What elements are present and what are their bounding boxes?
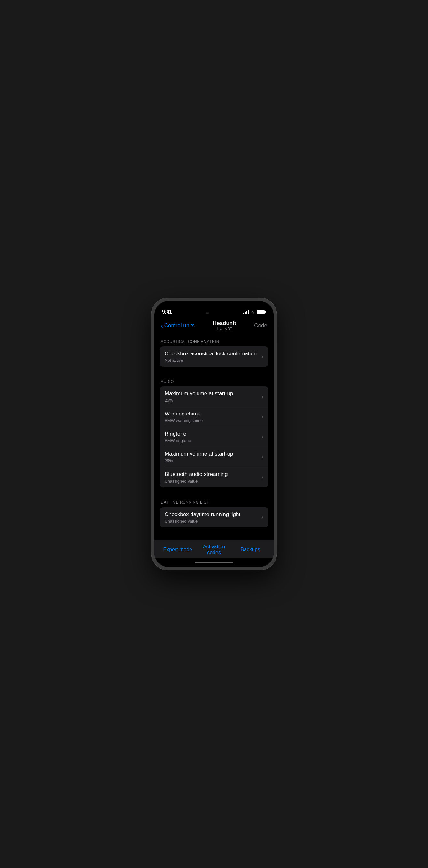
- nav-bar: ‹ Control units Headunit HU_NBT Code: [154, 318, 274, 334]
- list-item-subtitle: Not active: [164, 358, 259, 363]
- back-label: Control units: [164, 322, 195, 329]
- back-button[interactable]: ‹ Control units: [161, 322, 195, 330]
- list-item[interactable]: Checkbox daytime running light Unassigne…: [159, 507, 269, 527]
- chevron-icon: ›: [262, 394, 264, 400]
- list-item-subtitle: BMW warning chime: [164, 418, 259, 423]
- home-indicator: [154, 558, 274, 567]
- section-audio: AUDIO Maximum volume at start-up 25% › W…: [154, 374, 274, 487]
- chevron-icon: ›: [262, 474, 264, 480]
- wifi-icon: ∿: [251, 309, 255, 314]
- bottom-tab-bar: Expert mode Activation codes Backups: [154, 540, 274, 558]
- battery-icon: [257, 310, 266, 314]
- chevron-icon: ›: [262, 454, 264, 460]
- tab-activation-codes[interactable]: Activation codes: [196, 544, 233, 555]
- code-button[interactable]: Code: [254, 322, 267, 329]
- status-icons: ∿: [243, 309, 266, 314]
- list-item[interactable]: Warning chime BMW warning chime ›: [159, 406, 269, 427]
- tab-backups[interactable]: Backups: [232, 547, 269, 553]
- nav-center: Headunit HU_NBT: [213, 320, 236, 331]
- chevron-icon: ›: [262, 434, 264, 440]
- phone-frame: 9:41 ∿ ‹ Control units: [151, 298, 277, 570]
- list-item-subtitle: Unassigned value: [164, 519, 259, 524]
- signal-bars-icon: [243, 310, 249, 314]
- list-item-subtitle: BMW ringtone: [164, 438, 259, 443]
- section-group-acoustical: Checkbox acoustical lock confirmation No…: [159, 346, 269, 367]
- back-arrow-icon: ‹: [161, 322, 163, 330]
- list-item[interactable]: Maximum volume at start-up 25% ›: [159, 447, 269, 467]
- list-item[interactable]: Checkbox acoustical lock confirmation No…: [159, 346, 269, 367]
- list-item-title: Bluetooth audio streaming: [164, 471, 259, 478]
- list-item[interactable]: Bluetooth audio streaming Unassigned val…: [159, 467, 269, 487]
- camera-notch: [206, 310, 209, 314]
- list-item[interactable]: Ringtone BMW ringtone ›: [159, 427, 269, 447]
- list-item-content: Checkbox acoustical lock confirmation No…: [164, 350, 259, 363]
- tab-expert-mode[interactable]: Expert mode: [159, 547, 196, 553]
- section-daytime: DAYTIME RUNNING LIGHT Checkbox daytime r…: [154, 495, 274, 527]
- content: ACOUSTICAL CONFIRMATION Checkbox acousti…: [154, 334, 274, 540]
- section-group-daytime: Checkbox daytime running light Unassigne…: [159, 507, 269, 527]
- nav-subtitle: HU_NBT: [213, 327, 236, 331]
- list-item-title: Maximum volume at start-up: [164, 451, 259, 458]
- list-item-title: Checkbox acoustical lock confirmation: [164, 350, 259, 357]
- status-time: 9:41: [162, 309, 172, 315]
- list-item-title: Ringtone: [164, 431, 259, 437]
- section-header-display: DISPLAY OPTIONS IDRIVE SYSTEM: [154, 535, 274, 540]
- chevron-icon: ›: [262, 514, 264, 520]
- list-item-subtitle: 25%: [164, 458, 259, 463]
- nav-title: Headunit: [213, 320, 236, 327]
- chevron-icon: ›: [262, 413, 264, 420]
- list-item-subtitle: Unassigned value: [164, 479, 259, 484]
- chevron-icon: ›: [262, 353, 264, 360]
- section-group-audio: Maximum volume at start-up 25% › Warning…: [159, 386, 269, 487]
- section-display: DISPLAY OPTIONS IDRIVE SYSTEM Start anim…: [154, 535, 274, 540]
- screen: 9:41 ∿ ‹ Control units: [154, 301, 274, 567]
- list-item-subtitle: 25%: [164, 398, 259, 403]
- list-item[interactable]: Maximum volume at start-up 25% ›: [159, 386, 269, 406]
- section-header-audio: AUDIO: [154, 374, 274, 386]
- section-acoustical: ACOUSTICAL CONFIRMATION Checkbox acousti…: [154, 334, 274, 367]
- status-bar: 9:41 ∿: [154, 301, 274, 318]
- list-item-title: Maximum volume at start-up: [164, 390, 259, 397]
- list-item-title: Checkbox daytime running light: [164, 511, 259, 518]
- section-header-acoustical: ACOUSTICAL CONFIRMATION: [154, 334, 274, 346]
- home-indicator-bar: [195, 562, 233, 563]
- section-header-daytime: DAYTIME RUNNING LIGHT: [154, 495, 274, 507]
- list-item-title: Warning chime: [164, 410, 259, 417]
